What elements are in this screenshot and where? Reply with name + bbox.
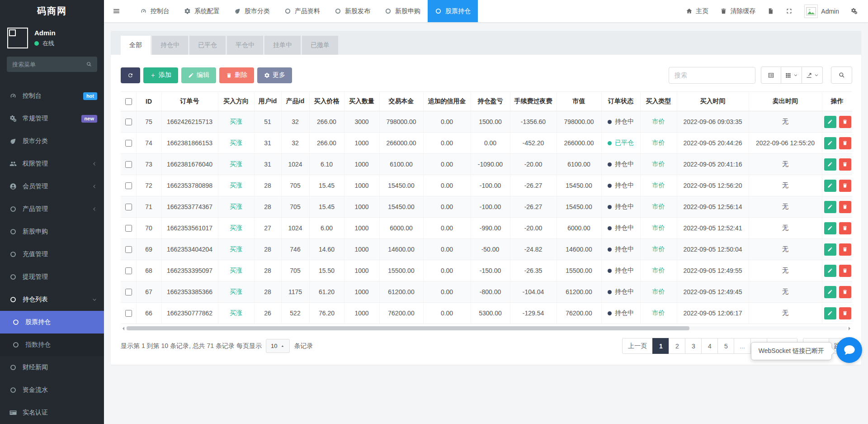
row-delete-button[interactable] xyxy=(839,307,851,319)
row-edit-button[interactable] xyxy=(824,201,836,213)
add-button[interactable]: 添加 xyxy=(143,67,178,83)
nav-tab[interactable]: 系统配置 xyxy=(177,0,227,22)
sidebar-item[interactable]: 产品管理 xyxy=(0,198,104,220)
row-delete-button[interactable] xyxy=(839,158,851,171)
row-checkbox[interactable] xyxy=(125,119,132,125)
row-delete-button[interactable] xyxy=(839,116,851,128)
row-checkbox[interactable] xyxy=(125,246,132,253)
row-checkbox[interactable] xyxy=(125,140,132,147)
row-delete-button[interactable] xyxy=(839,265,851,277)
cell-fee: -452.20 xyxy=(510,133,557,154)
nav-tab[interactable]: 股票持仓 xyxy=(428,0,478,22)
export-button[interactable] xyxy=(802,67,823,84)
row-edit-button[interactable] xyxy=(824,307,836,319)
row-checkbox[interactable] xyxy=(125,267,132,274)
edit-button[interactable]: 编辑 xyxy=(181,67,216,83)
filter-tab[interactable]: 全部 xyxy=(121,36,151,55)
clear-cache-button[interactable]: 清除缓存 xyxy=(715,0,760,22)
sidebar-toggle-button[interactable] xyxy=(107,0,126,22)
page-number-button[interactable]: 5 xyxy=(717,338,734,354)
card-body: 添加编辑删除更多 xyxy=(111,55,861,365)
page-number-button[interactable]: 1 xyxy=(652,338,669,354)
page-number-button[interactable]: 3 xyxy=(685,338,702,354)
row-checkbox[interactable] xyxy=(125,182,132,189)
row-edit-button[interactable] xyxy=(824,222,836,234)
prev-page-button[interactable]: 上一页 xyxy=(622,338,653,354)
refresh-button[interactable] xyxy=(121,67,140,83)
filter-tab[interactable]: 平仓中 xyxy=(227,36,263,55)
sidebar-item[interactable]: 会员管理 xyxy=(0,175,104,198)
sidebar-item[interactable]: 充值管理 xyxy=(0,243,104,266)
cell-actions xyxy=(822,281,852,303)
detail-view-button[interactable] xyxy=(761,67,781,84)
row-edit-button[interactable] xyxy=(824,243,836,256)
cell-user-id: 31 xyxy=(254,154,281,175)
search-submit-button[interactable] xyxy=(831,67,852,84)
row-edit-button[interactable] xyxy=(824,158,836,171)
cell-principal: 6100.00 xyxy=(379,154,423,175)
row-delete-button[interactable] xyxy=(839,201,851,213)
row-edit-button[interactable] xyxy=(824,116,836,128)
page-size-select[interactable]: 10 xyxy=(266,339,290,353)
scroll-left-arrow-icon[interactable] xyxy=(121,327,124,330)
row-delete-button[interactable] xyxy=(839,137,851,149)
fullscreen-button[interactable] xyxy=(781,0,797,22)
scrollbar-track[interactable] xyxy=(126,326,847,330)
page-number-button[interactable]: 4 xyxy=(701,338,718,354)
row-delete-button[interactable] xyxy=(839,180,851,192)
sidebar-item[interactable]: 常规管理new xyxy=(0,107,104,130)
row-checkbox[interactable] xyxy=(125,225,132,232)
row-checkbox[interactable] xyxy=(125,310,132,317)
scrollbar-thumb[interactable] xyxy=(127,326,689,330)
main-area: 控制台系统配置股市分类产品资料新股发布新股申购股票持仓 主页 清除缓存 Admi… xyxy=(104,0,868,424)
delete-button[interactable]: 删除 xyxy=(219,67,254,83)
profile-menu[interactable]: Admin xyxy=(799,0,844,22)
sidebar-item[interactable]: 持仓列表 xyxy=(0,288,104,311)
row-edit-button[interactable] xyxy=(824,180,836,192)
nav-tab[interactable]: 新股申购 xyxy=(377,0,428,22)
sidebar-item[interactable]: 股票持仓 xyxy=(0,311,104,333)
sidebar-item[interactable]: 新股申购 xyxy=(0,220,104,243)
cell-price: 15.45 xyxy=(309,196,344,218)
row-checkbox[interactable] xyxy=(125,161,132,168)
sidebar-item[interactable]: 指数持仓 xyxy=(0,333,104,356)
sidebar-item[interactable]: 资金流水 xyxy=(0,379,104,401)
filter-tab[interactable]: 已平仓 xyxy=(189,36,226,55)
home-button[interactable]: 主页 xyxy=(681,0,713,22)
sidebar-item[interactable]: 财经新闻 xyxy=(0,356,104,379)
nav-tab[interactable]: 股市分类 xyxy=(227,0,277,22)
settings-button[interactable] xyxy=(846,0,863,22)
filter-tab[interactable]: 持仓中 xyxy=(152,36,188,55)
sidebar-item[interactable]: 控制台hot xyxy=(0,85,104,107)
sidebar-item[interactable]: 股市分类 xyxy=(0,130,104,152)
sidebar-search-input[interactable] xyxy=(7,57,97,72)
filter-tab[interactable]: 挂单中 xyxy=(264,36,301,55)
page-number-button[interactable]: 2 xyxy=(669,338,685,354)
table-search-input[interactable] xyxy=(669,67,755,84)
log-button[interactable] xyxy=(762,0,779,22)
nav-tab[interactable]: 产品资料 xyxy=(277,0,327,22)
nav-tab[interactable]: 控制台 xyxy=(133,0,177,22)
row-checkbox[interactable] xyxy=(125,289,132,295)
row-checkbox[interactable] xyxy=(125,204,132,210)
filter-tab[interactable]: 已撤单 xyxy=(302,36,338,55)
cell-select xyxy=(121,133,136,154)
row-delete-button[interactable] xyxy=(839,222,851,234)
row-delete-button[interactable] xyxy=(839,243,851,256)
row-delete-button[interactable] xyxy=(839,286,851,298)
row-edit-button[interactable] xyxy=(824,265,836,277)
more-button[interactable]: 更多 xyxy=(257,67,292,83)
nav-tab[interactable]: 新股发布 xyxy=(327,0,377,22)
row-edit-button[interactable] xyxy=(824,286,836,298)
chat-button[interactable] xyxy=(836,337,862,363)
columns-button[interactable] xyxy=(781,67,802,84)
horizontal-scrollbar[interactable] xyxy=(121,325,852,331)
cell-id: 69 xyxy=(136,239,161,260)
sidebar-item[interactable]: 实名认证 xyxy=(0,401,104,424)
row-edit-button[interactable] xyxy=(824,137,836,149)
scroll-right-arrow-icon[interactable] xyxy=(849,327,852,330)
sidebar-item[interactable]: 提现管理 xyxy=(0,266,104,288)
cell-buy-time: 2022-09-05 20:44:26 xyxy=(677,133,749,154)
sidebar-item[interactable]: 权限管理 xyxy=(0,152,104,175)
select-all-checkbox[interactable] xyxy=(125,98,132,105)
